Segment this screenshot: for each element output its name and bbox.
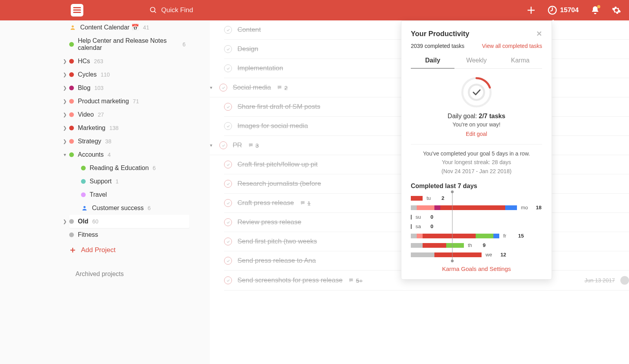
comment-count[interactable]: 5+ [348,277,362,284]
comment-count[interactable]: 3 [248,142,259,149]
sidebar-item-old[interactable]: ❯Old60 [69,215,189,228]
bar [411,252,482,257]
project-color-icon [69,99,74,104]
chevron-right-icon[interactable]: ❯ [62,99,68,104]
bar [411,196,423,201]
chevron-right-icon[interactable]: ❯ [62,139,68,144]
bar [411,243,464,248]
task-checkbox[interactable] [224,257,232,265]
add-task-icon[interactable] [526,5,536,15]
bar-value: 0 [430,223,433,229]
task-title: Research journalists (before [237,180,321,188]
header-actions: 15704 [526,5,621,15]
tab-weekly[interactable]: Weekly [454,53,498,68]
close-icon[interactable]: ✕ [536,29,542,38]
bar [411,215,412,219]
task-checkbox[interactable] [224,238,232,245]
sidebar-item-accounts[interactable]: ▾Accounts4 [69,148,189,161]
goal-medal-icon [461,77,492,108]
task-checkbox[interactable] [224,218,232,226]
project-color-icon [69,232,74,237]
tab-daily[interactable]: Daily [411,53,454,69]
comment-count[interactable]: 1 [300,200,311,207]
chevron-right-icon[interactable]: ❯ [62,112,68,117]
sidebar-item-fitness[interactable]: Fitness [69,228,189,241]
bar-day-label: fr [503,233,514,239]
plus-icon [69,247,76,254]
project-color-icon [69,152,74,157]
task-checkbox[interactable] [224,161,232,168]
settings-icon[interactable] [612,5,621,15]
task-title: Send first pitch (two weeks [237,238,317,245]
task-checkbox[interactable] [224,199,232,207]
sidebar-item-product-marketing[interactable]: ❯Product marketing71 [69,95,189,108]
sidebar-item-strategy[interactable]: ❯Strategy38 [69,135,189,148]
bar-day-label: su [416,214,427,220]
task-title: Craft press release [237,199,294,207]
task-checkbox[interactable] [224,45,232,53]
project-name: Strategy [78,138,101,145]
comment-icon [248,143,254,148]
karma-settings-link[interactable]: Karma Goals and Settings [411,265,542,272]
add-project-button[interactable]: Add Project [69,241,189,259]
view-all-link[interactable]: View all completed tasks [482,43,542,49]
productivity-tabs: DailyWeeklyKarma [411,53,542,69]
task-checkbox[interactable] [224,276,232,284]
sidebar-item-support[interactable]: Support1 [69,175,189,188]
archived-projects-link[interactable]: Archived projects [69,259,189,278]
search-input[interactable] [161,6,279,14]
project-color-icon [69,112,74,117]
sidebar-item-customer-success[interactable]: Customer success6 [69,201,189,215]
task-checkbox[interactable] [219,141,227,149]
sidebar-item-travel[interactable]: Travel [69,188,189,201]
search-icon [149,6,157,14]
bar [411,224,412,229]
task-checkbox[interactable] [219,84,227,91]
sidebar-item-reading-education[interactable]: Reading & Education6 [69,161,189,175]
comment-count[interactable]: 2 [276,84,287,91]
project-name: Accounts [78,151,104,158]
chevron-right-icon[interactable]: ❯ [62,72,68,77]
sidebar-item-help-center-and-release-notes-calendar[interactable]: Help Center and Release Notes calendar6 [69,34,189,55]
sidebar-item-blog[interactable]: ❯Blog103 [69,81,189,95]
task-checkbox[interactable] [224,180,232,188]
project-name: Old [78,218,88,225]
task-checkbox[interactable] [224,103,232,111]
project-name: Customer success [92,205,144,212]
sidebar-item-cycles[interactable]: ❯Cycles110 [69,68,189,81]
tab-karma[interactable]: Karma [498,53,542,68]
chevron-down-icon[interactable]: ▾ [210,85,212,90]
chevron-right-icon[interactable]: ❯ [62,125,68,131]
sidebar-item-hcs[interactable]: ❯HCs263 [69,55,189,68]
header-search[interactable] [149,6,526,14]
sidebar-item-content-calendar[interactable]: Content Calendar 📅41 [69,20,189,34]
chevron-right-icon[interactable]: ❯ [62,219,68,224]
comment-icon [348,278,354,283]
header-left [8,4,138,16]
productivity-button[interactable]: 15704 [548,5,579,15]
app-logo-icon[interactable] [71,4,83,16]
sidebar-item-marketing[interactable]: ❯Marketing138 [69,121,189,135]
task-checkbox[interactable] [224,26,232,34]
chevron-right-icon[interactable]: ❯ [62,59,68,64]
sidebar-item-video[interactable]: ❯Video27 [69,108,189,121]
edit-goal-link[interactable]: Edit goal [411,131,542,137]
chevron-down-icon[interactable]: ▾ [62,152,68,157]
task-checkbox[interactable] [224,64,232,72]
chevron-right-icon[interactable]: ❯ [62,85,68,91]
project-count: 71 [133,98,139,104]
bar-day-label: sa [416,223,427,229]
bar-day-label: tu [427,195,438,201]
project-count: 4 [108,152,111,158]
project-color-icon [81,179,86,184]
project-color-icon [69,219,74,224]
task-checkbox[interactable] [224,122,232,130]
bar-row: fr15 [411,233,542,239]
assignee-avatar[interactable] [620,276,629,285]
project-color-icon [69,139,74,144]
project-name: Travel [90,191,107,198]
notifications-button[interactable] [590,5,600,15]
chevron-down-icon[interactable]: ▾ [210,143,212,148]
project-color-icon [69,72,74,77]
project-name: Blog [78,84,90,91]
